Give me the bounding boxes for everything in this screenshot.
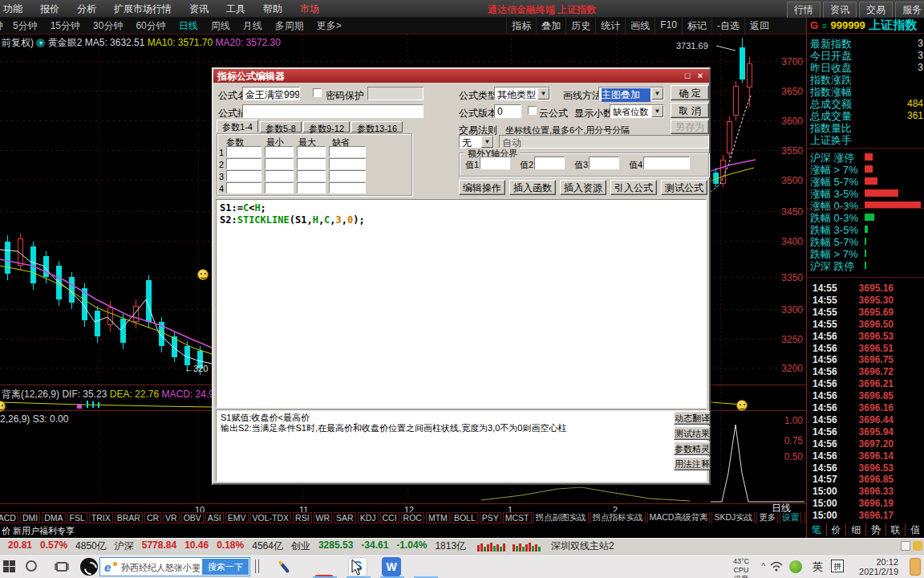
chart-tool-返回[interactable]: 返回	[744, 18, 774, 35]
quote-panel-header[interactable]: G ≡ 999999 上证指数	[807, 18, 924, 34]
cortana-icon[interactable]	[26, 560, 37, 572]
maximize-button[interactable]: □	[682, 71, 693, 81]
param-input[interactable]	[297, 146, 326, 157]
menu-item-资讯[interactable]: 资讯	[180, 0, 217, 18]
param-tab-参数9-12[interactable]: 参数9-12	[303, 121, 350, 132]
ime-pinyin-icon[interactable]: 拼	[831, 560, 844, 572]
menu-item-报价[interactable]: 报价	[31, 0, 68, 18]
cloud-checkbox[interactable]	[528, 106, 537, 115]
indicator-tab-DMA[interactable]: DMA	[42, 512, 65, 523]
y-value-input[interactable]	[643, 157, 690, 169]
top-button-资讯[interactable]: 资讯	[823, 2, 857, 18]
server-name[interactable]: 深圳双线主站2	[551, 539, 614, 553]
wps-app-icon[interactable]: W	[382, 557, 401, 576]
timeframe-partial[interactable]: 钟	[0, 19, 6, 33]
param-input[interactable]	[297, 158, 326, 169]
action-引入公式[interactable]: 引入公式	[610, 180, 657, 195]
indicator-tab-RSI[interactable]: RSI	[293, 512, 312, 523]
param-input[interactable]	[226, 170, 261, 181]
close-button[interactable]: ×	[695, 71, 706, 81]
param-input[interactable]	[297, 182, 326, 193]
side-用法注释[interactable]: 用法注释	[674, 457, 711, 470]
decimal-select[interactable]: 缺省位数▼	[610, 104, 664, 118]
indicator-tab-BOLL[interactable]: BOLL	[452, 512, 478, 523]
panel-tab-值[interactable]: 值	[905, 523, 924, 536]
indicator-tab-BRAR[interactable]: BRAR	[115, 512, 143, 523]
indicator-tab-拐点副图实战[interactable]: 拐点副图实战	[533, 512, 589, 523]
cancel-button[interactable]: 取 消	[671, 103, 709, 118]
mini-market-bars-icon[interactable]	[477, 542, 543, 552]
status-grid-icon[interactable]	[901, 541, 910, 551]
search-input[interactable]: 孙西经纪人怒张小斐	[121, 562, 201, 574]
tray-expand-icon[interactable]: ^	[761, 562, 765, 571]
param-tab-参数13-16[interactable]: 参数13-16	[351, 121, 403, 132]
y-value-input[interactable]	[480, 157, 510, 169]
search-button[interactable]: 搜索一下	[202, 559, 249, 575]
chart-tool-历史[interactable]: 历史	[565, 18, 595, 35]
menu-item-帮助[interactable]: 帮助	[254, 0, 291, 18]
chart-tool-统计[interactable]: 统计	[595, 18, 625, 35]
action-测试公式[interactable]: 测试公式	[661, 180, 707, 195]
panel-tab-笔[interactable]: 笔	[807, 523, 826, 536]
timeframe-15分钟[interactable]: 15分钟	[44, 19, 87, 33]
indicator-tab-更多[interactable]: 更多	[756, 512, 778, 523]
top-button-行情[interactable]: 行情	[787, 2, 821, 18]
chart-tool-叠加[interactable]: 叠加	[536, 18, 565, 35]
indicator-tab-拐点指标实战[interactable]: 拐点指标实战	[590, 512, 646, 523]
y-value-input[interactable]	[589, 157, 619, 169]
chart-tool-标记[interactable]: 标记	[682, 18, 711, 35]
panel-tab-细[interactable]: 细	[845, 523, 865, 536]
side-动态翻译[interactable]: 动态翻译	[674, 411, 711, 425]
param-input[interactable]	[226, 146, 261, 157]
top-button-交易[interactable]: 交易	[859, 2, 893, 18]
formula-desc-input[interactable]	[242, 104, 424, 118]
action-编辑操作[interactable]: 编辑操作	[459, 180, 505, 195]
indicator-tab-SAR[interactable]: SAR	[334, 512, 356, 523]
password-input[interactable]	[367, 87, 424, 100]
timeframe-60分钟[interactable]: 60分钟	[129, 19, 172, 33]
chart-tool-画线[interactable]: 画线	[625, 18, 654, 35]
indicator-tab-DMI[interactable]: DMI	[20, 512, 40, 523]
menu-item-工具[interactable]: 工具	[217, 0, 254, 18]
top-button-服务[interactable]: 服务	[895, 2, 924, 18]
param-input[interactable]	[329, 170, 366, 181]
param-input[interactable]	[297, 170, 326, 181]
brush-tool-icon[interactable]	[282, 560, 286, 574]
ok-button[interactable]: 确 定	[671, 85, 709, 100]
param-input[interactable]	[265, 158, 294, 169]
y-value-input[interactable]	[534, 157, 565, 169]
side-测试结果[interactable]: 测试结果	[674, 426, 711, 440]
indicator-tab-PSY[interactable]: PSY	[480, 512, 501, 523]
menu-item-分析[interactable]: 分析	[68, 0, 105, 18]
menu-item-market[interactable]: 市场	[291, 0, 328, 18]
action-插入资源[interactable]: 插入资源	[560, 180, 606, 195]
formula-name-input[interactable]: 金王满堂999	[242, 87, 300, 100]
clock[interactable]: 20:122021/2/19	[859, 557, 898, 576]
indicator-tab-MACD[interactable]: MACD	[0, 512, 18, 523]
formula-version-input[interactable]: 0	[494, 104, 521, 118]
indicator-tab-WR[interactable]: WR	[314, 512, 333, 523]
panel-tab-联[interactable]: 联	[886, 523, 906, 536]
indicator-tab-KDJ[interactable]: KDJ	[358, 512, 379, 523]
notification-icon[interactable]	[910, 558, 921, 576]
indicator-tab-MTM[interactable]: MTM	[426, 512, 450, 523]
action-插入函数[interactable]: 插入函数	[509, 180, 556, 195]
indicator-tab-MACD高级背离[interactable]: MACD高级背离	[647, 512, 711, 523]
panel-tab-价[interactable]: 价	[826, 523, 846, 536]
param-input[interactable]	[329, 182, 366, 193]
param-input[interactable]	[265, 170, 294, 181]
wifi-icon[interactable]	[770, 561, 783, 572]
indicator-tab-ROC[interactable]: ROC	[401, 512, 424, 523]
timeframe-多周期[interactable]: 多周期	[269, 19, 310, 33]
antivirus-tray-icon[interactable]	[789, 560, 802, 573]
param-tab-参数1-4[interactable]: 参数1-4	[217, 120, 258, 132]
coord-none-select[interactable]: 无▼	[459, 135, 494, 149]
indicator-tab-TRIX[interactable]: TRIX	[89, 512, 113, 523]
indicator-tab-SKDJ实战[interactable]: SKDJ实战	[711, 512, 755, 523]
indicator-tab-MCST[interactable]: MCST	[503, 512, 532, 523]
menu-item-扩展市场行情[interactable]: 扩展市场行情	[105, 0, 180, 18]
language-indicator[interactable]: 英	[813, 560, 823, 574]
draw-method-select[interactable]: 主图叠加▼	[598, 87, 664, 100]
side-参数精灵[interactable]: 参数精灵	[674, 442, 711, 455]
chart-tool-指标[interactable]: 指标	[506, 18, 536, 35]
